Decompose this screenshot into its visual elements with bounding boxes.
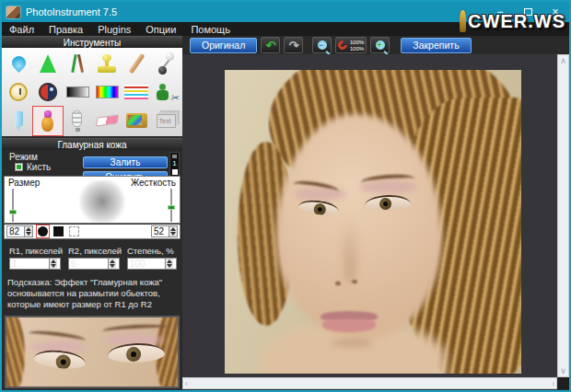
hint-text: Подсказка: Эффект "Гламурная кожа" основ… <box>7 277 179 310</box>
tool-pencils[interactable] <box>63 49 92 77</box>
layer-dot-icon <box>172 155 177 158</box>
scroll-left-arrow[interactable]: ‹ <box>183 378 190 389</box>
grayscale-gradient-icon <box>66 86 89 98</box>
portrait-image[interactable] <box>225 70 521 374</box>
portrait-chin-shadow <box>332 339 372 348</box>
zoom-in-button[interactable]: + <box>370 37 390 53</box>
color-stripes-icon <box>124 85 148 99</box>
size-slider-thumb[interactable] <box>9 210 17 214</box>
horizontal-scrollbar[interactable]: ‹ › <box>182 377 557 389</box>
brush-bottom-row: 82 52 <box>4 225 181 239</box>
r2-spinner[interactable]: 6 <box>68 258 120 270</box>
hardness-spinner[interactable]: 52 <box>151 225 178 237</box>
lens-icon <box>39 83 57 101</box>
brush-shape-square[interactable] <box>52 225 64 237</box>
tool-droplet[interactable] <box>4 49 33 77</box>
size-spinner[interactable]: 82 <box>6 225 33 237</box>
brush-mode-row: Кисть <box>15 162 51 172</box>
brush-preview-blob <box>76 180 128 223</box>
tool-color-stripes[interactable] <box>122 77 151 106</box>
degree-down[interactable] <box>166 264 173 270</box>
tool-stamp[interactable] <box>92 49 122 77</box>
size-label: Размер <box>8 178 40 188</box>
menu-plugins[interactable]: Plugins <box>90 22 138 36</box>
hardness-down-arrow[interactable] <box>169 232 177 237</box>
eye-preview-thumbnail <box>5 316 180 388</box>
zoom-level-text: 100%100% <box>350 40 364 52</box>
hardness-slider[interactable] <box>168 189 175 222</box>
size-slider[interactable] <box>9 189 17 222</box>
circle-shape-icon <box>38 226 48 236</box>
dashed-shape-icon <box>69 226 79 236</box>
r1-spinner[interactable]: 1 <box>9 258 61 270</box>
nail-file-icon <box>128 52 145 74</box>
zoom-out-button[interactable]: − <box>312 37 332 53</box>
degree-spinner[interactable]: 100 <box>127 258 177 270</box>
menu-file[interactable]: Файл <box>2 22 41 36</box>
undo-button[interactable]: ↶ <box>261 37 280 53</box>
r1-down[interactable] <box>50 264 57 270</box>
portrait-nostril-right <box>352 280 357 283</box>
layer-number: 1 <box>172 159 176 167</box>
tool-eraser[interactable] <box>92 107 122 135</box>
original-button[interactable]: Оригинал <box>190 38 257 53</box>
statuette-icon <box>460 10 466 32</box>
square-shape-icon <box>53 226 64 236</box>
menu-help[interactable]: Помощь <box>183 22 238 36</box>
pencils-icon <box>65 52 89 75</box>
vertical-scrollbar[interactable]: ∧ ∨ <box>557 54 569 377</box>
brush-checkbox[interactable] <box>15 163 23 171</box>
rainbow-gradient-icon <box>96 86 119 98</box>
droplet-icon <box>8 53 28 73</box>
redo-button[interactable]: ↷ <box>284 37 303 53</box>
r1-value: 1 <box>10 259 49 269</box>
tool-clone-scissors[interactable]: ✂ <box>151 77 181 106</box>
tool-text[interactable]: Text <box>151 107 181 135</box>
app-icon <box>6 6 20 18</box>
mode-label: Режим <box>9 152 38 162</box>
eraser-icon <box>95 115 119 127</box>
menu-edit[interactable]: Правка <box>41 22 90 36</box>
menu-options[interactable]: Опции <box>138 22 183 36</box>
layer-square-icon <box>172 169 178 175</box>
tool-bulb[interactable] <box>63 107 92 135</box>
scroll-right-arrow[interactable]: › <box>550 378 556 389</box>
tool-rainbow-gradient[interactable] <box>92 77 122 106</box>
portrait-nostril-left <box>335 282 341 285</box>
size-slider-track <box>12 189 14 222</box>
fill-button[interactable]: Залить <box>83 156 168 168</box>
tools-panel-header: Инструменты <box>2 36 182 48</box>
scroll-up-arrow[interactable]: ∧ <box>558 55 568 66</box>
size-down-arrow[interactable] <box>25 232 32 237</box>
tool-grayscale-gradient[interactable] <box>63 77 92 106</box>
degree-value: 100 <box>128 259 165 269</box>
zoom-reset-icon <box>336 39 349 52</box>
r2-label: R2, пикселей <box>68 246 122 256</box>
undo-icon: ↶ <box>265 39 275 52</box>
clone-scissors-icon: ✂ <box>155 82 177 102</box>
zoom-reset-button[interactable]: 100%100% <box>335 37 367 53</box>
pin-button[interactable]: Закрепить <box>401 38 471 53</box>
brush-label: Кисть <box>27 162 51 172</box>
tool-dumbbell[interactable] <box>151 49 181 77</box>
hardness-slider-thumb[interactable] <box>168 205 175 210</box>
dumbbell-icon <box>155 52 177 75</box>
tool-tv[interactable] <box>122 107 151 135</box>
tool-lens[interactable] <box>33 77 63 106</box>
brush-shape-dashed[interactable] <box>68 225 80 237</box>
r1-label: R1, пикселей <box>9 246 63 256</box>
tool-clock[interactable] <box>4 77 33 106</box>
tool-cone[interactable] <box>33 49 63 77</box>
tool-tube[interactable] <box>4 107 33 135</box>
scrollbar-corner <box>557 377 569 389</box>
redo-icon: ↷ <box>288 39 298 52</box>
text-tool-icon: Text <box>157 114 176 128</box>
image-canvas[interactable] <box>182 54 557 377</box>
tool-nail-file[interactable] <box>122 49 151 77</box>
brush-shape-circle[interactable] <box>37 225 49 237</box>
r2-down[interactable] <box>109 264 116 270</box>
tool-glamour-skin[interactable] <box>33 107 63 135</box>
canvas-toolbar: Оригинал ↶ ↷ − 100%100% + Закрепить <box>182 36 569 54</box>
scroll-down-arrow[interactable]: ∨ <box>558 365 568 376</box>
clock-icon <box>9 83 28 101</box>
